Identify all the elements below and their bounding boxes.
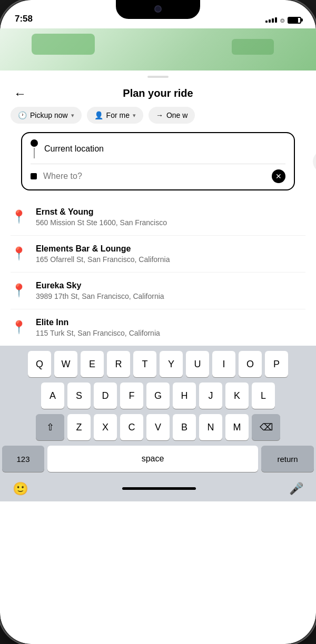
- key-d[interactable]: D: [94, 383, 117, 409]
- map-preview: [0, 28, 316, 71]
- key-o[interactable]: O: [239, 351, 262, 377]
- chevron-down-icon: ▾: [71, 112, 74, 119]
- pickup-time-chip[interactable]: 🕐 Pickup now ▾: [11, 107, 82, 124]
- for-me-label: For me: [106, 111, 130, 119]
- back-button[interactable]: ←: [11, 84, 29, 103]
- clock-icon: 🕐: [18, 111, 27, 119]
- key-t[interactable]: T: [133, 351, 156, 377]
- result-address: 115 Turk St, San Francisco, California: [36, 329, 305, 337]
- filter-row: 🕐 Pickup now ▾ 👤 For me ▾ → One w: [0, 107, 316, 132]
- key-w[interactable]: W: [54, 351, 77, 377]
- key-s[interactable]: S: [67, 383, 91, 409]
- destination-input[interactable]: [43, 172, 265, 181]
- search-divider: [31, 164, 285, 164]
- chevron-down-icon-2: ▾: [133, 112, 136, 119]
- list-item[interactable]: 📍 Elements Bar & Lounge 165 Ofarrell St,…: [11, 236, 305, 273]
- status-time: 7:58: [15, 14, 33, 24]
- key-a[interactable]: A: [41, 383, 64, 409]
- result-text: Elements Bar & Lounge 165 Ofarrell St, S…: [36, 244, 305, 264]
- shift-button[interactable]: ⇧: [36, 414, 64, 440]
- keyboard-row-3: ⇧ Z X C V B N M ⌫: [2, 414, 314, 440]
- phone-frame: 7:58 ⌾ ←: [0, 0, 316, 644]
- bottom-sheet: ← Plan your ride 🕐 Pickup now ▾ 👤 For me…: [0, 76, 316, 501]
- key-u[interactable]: U: [186, 351, 209, 377]
- key-n[interactable]: N: [199, 414, 222, 440]
- key-p[interactable]: P: [265, 351, 288, 377]
- backspace-button[interactable]: ⌫: [252, 414, 280, 440]
- list-item[interactable]: 📍 Ernst & Young 560 Mission St Ste 1600,…: [11, 199, 305, 236]
- key-e[interactable]: E: [81, 351, 104, 377]
- space-button[interactable]: space: [47, 446, 258, 472]
- result-text: Elite Inn 115 Turk St, San Francisco, Ca…: [36, 318, 305, 337]
- notch: [116, 0, 200, 19]
- key-x[interactable]: X: [94, 414, 117, 440]
- header: ← Plan your ride: [0, 78, 316, 107]
- key-y[interactable]: Y: [160, 351, 183, 377]
- key-v[interactable]: V: [146, 414, 170, 440]
- result-name: Ernst & Young: [36, 207, 305, 217]
- keyboard: Q W E R T Y U I O P A S D F G: [0, 346, 316, 501]
- key-j[interactable]: J: [199, 383, 222, 409]
- back-arrow-icon: ←: [14, 86, 26, 101]
- return-button[interactable]: return: [261, 446, 314, 472]
- result-address: 3989 17th St, San Francisco, California: [36, 292, 305, 300]
- add-stop-button[interactable]: +: [313, 150, 316, 173]
- numbers-button[interactable]: 123: [2, 446, 44, 472]
- result-address: 165 Ofarrell St, San Francisco, Californ…: [36, 255, 305, 264]
- trip-type-label: One w: [166, 111, 187, 119]
- key-c[interactable]: C: [120, 414, 143, 440]
- page-title: Plan your ride: [123, 87, 193, 99]
- key-k[interactable]: K: [225, 383, 249, 409]
- keyboard-row-4: 123 space return: [2, 446, 314, 472]
- pin-icon: 📍: [11, 319, 27, 336]
- status-icons: ⌾: [265, 16, 301, 24]
- result-name: Elements Bar & Lounge: [36, 244, 305, 254]
- key-l[interactable]: L: [252, 383, 275, 409]
- key-f[interactable]: F: [120, 383, 143, 409]
- signal-icon: [265, 17, 277, 23]
- trip-type-chip[interactable]: → One w: [149, 107, 195, 124]
- list-item[interactable]: 📍 Elite Inn 115 Turk St, San Francisco, …: [11, 309, 305, 346]
- connector-line-icon: [34, 148, 35, 158]
- clear-button[interactable]: ✕: [272, 169, 285, 183]
- key-q[interactable]: Q: [28, 351, 51, 377]
- current-location-text: Current location: [44, 144, 104, 154]
- key-z[interactable]: Z: [67, 414, 91, 440]
- home-indicator: [122, 487, 196, 490]
- keyboard-row-2: A S D F G H J K L: [2, 383, 314, 409]
- wifi-icon: ⌾: [280, 16, 284, 24]
- pin-icon: 📍: [11, 282, 27, 299]
- key-i[interactable]: I: [212, 351, 235, 377]
- result-name: Elite Inn: [36, 318, 305, 327]
- battery-icon: [288, 17, 301, 24]
- for-me-chip[interactable]: 👤 For me ▾: [87, 107, 143, 124]
- destination-square-icon: [31, 173, 37, 179]
- emoji-button[interactable]: 🙂: [13, 481, 28, 496]
- arrow-right-icon: →: [156, 111, 163, 119]
- pin-icon: 📍: [11, 208, 27, 225]
- result-name: Eureka Sky: [36, 281, 305, 290]
- result-text: Ernst & Young 560 Mission St Ste 1600, S…: [36, 207, 305, 227]
- keyboard-bottom-row: 🙂 🎤: [2, 477, 314, 501]
- origin-row[interactable]: Current location: [31, 139, 285, 164]
- destination-icon-wrap: [31, 173, 37, 179]
- key-b[interactable]: B: [173, 414, 196, 440]
- key-m[interactable]: M: [225, 414, 249, 440]
- search-box-wrapper: Current location ✕ +: [11, 132, 305, 190]
- search-box: Current location ✕: [21, 132, 295, 190]
- microphone-button[interactable]: 🎤: [289, 482, 303, 496]
- key-g[interactable]: G: [146, 383, 170, 409]
- camera: [154, 5, 162, 13]
- key-r[interactable]: R: [107, 351, 130, 377]
- route-icons: [31, 139, 38, 158]
- result-address: 560 Mission St Ste 1600, San Francisco: [36, 218, 305, 227]
- keyboard-row-1: Q W E R T Y U I O P: [2, 351, 314, 377]
- result-text: Eureka Sky 3989 17th St, San Francisco, …: [36, 281, 305, 300]
- list-item[interactable]: 📍 Eureka Sky 3989 17th St, San Francisco…: [11, 273, 305, 309]
- destination-row[interactable]: ✕: [31, 169, 285, 183]
- person-icon: 👤: [94, 111, 103, 119]
- origin-dot-icon: [31, 139, 38, 147]
- pickup-time-label: Pickup now: [30, 111, 68, 119]
- key-h[interactable]: H: [173, 383, 196, 409]
- results-list: 📍 Ernst & Young 560 Mission St Ste 1600,…: [0, 199, 316, 346]
